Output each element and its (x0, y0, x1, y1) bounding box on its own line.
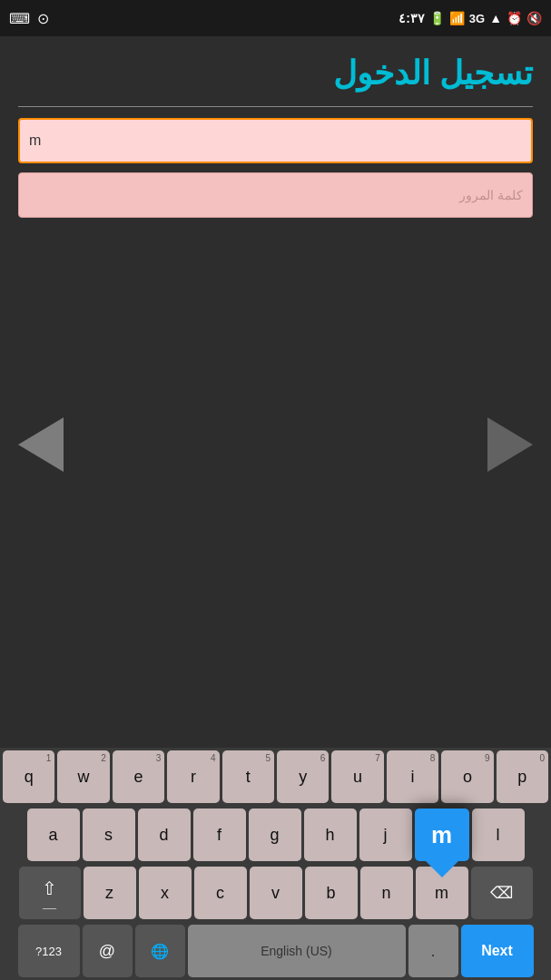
key-z[interactable]: z (84, 867, 136, 919)
at-key[interactable]: @ (83, 925, 133, 977)
keyboard: 1 q 2 w 3 e 4 r 5 t 6 y 7 u 8 i (0, 748, 551, 980)
keyboard-row-2: a s d f g h j m l (0, 806, 551, 864)
shift-icon: ⇧ (42, 877, 57, 899)
camera-icon: ⊙ (37, 10, 49, 27)
at-icon: @ (99, 942, 115, 961)
key-h[interactable]: h (304, 808, 357, 861)
key-y[interactable]: 6 y (277, 750, 329, 803)
navigation-arrows (0, 399, 551, 490)
space-label: English (US) (261, 944, 332, 958)
status-bar-right: 🔇 ⏰ ▲ 3G 📶 🔋 ٤:٣٧ (398, 11, 542, 25)
network-label: 3G (469, 12, 485, 25)
status-bar: ⌨ ⊙ 🔇 ⏰ ▲ 3G 📶 🔋 ٤:٣٧ (0, 0, 551, 36)
mute-icon: 🔇 (526, 11, 542, 25)
wifi-icon: ▲ (489, 11, 502, 25)
dot-label: . (430, 942, 435, 961)
backspace-icon: ⌫ (490, 883, 513, 903)
key-n[interactable]: n (360, 867, 413, 919)
next-label: Next (481, 943, 513, 959)
signal-icon: 📶 (449, 11, 465, 25)
key-j[interactable]: j (359, 808, 412, 861)
key-t[interactable]: 5 t (222, 750, 274, 803)
key-r[interactable]: 4 r (167, 750, 219, 803)
key-w[interactable]: 2 w (57, 750, 109, 803)
password-input[interactable]: كلمة المرور (18, 172, 533, 218)
next-key[interactable]: Next (461, 925, 534, 977)
key-c[interactable]: c (194, 867, 247, 919)
key-a[interactable]: a (27, 808, 80, 861)
divider (18, 106, 533, 107)
password-placeholder: كلمة المرور (459, 188, 523, 202)
shift-key[interactable]: ⇧ ___ (19, 867, 81, 919)
keyboard-row-4: ?123 @ 🌐 English (US) . Next (0, 922, 551, 980)
status-bar-left: ⌨ ⊙ (9, 10, 49, 27)
globe-key[interactable]: 🌐 (135, 925, 185, 977)
main-content: تسجيل الدخول m كلمة المرور (0, 36, 551, 218)
key-x[interactable]: x (139, 867, 192, 919)
keyboard-icon: ⌨ (9, 10, 30, 27)
dot-key[interactable]: . (408, 925, 458, 977)
symbols-label: ?123 (35, 945, 62, 958)
username-value: m (29, 132, 41, 149)
next-arrow[interactable] (487, 417, 533, 472)
key-o[interactable]: 9 o (441, 750, 493, 803)
key-u[interactable]: 7 u (331, 750, 383, 803)
key-l[interactable]: l (472, 808, 525, 861)
key-e[interactable]: 3 e (113, 750, 164, 803)
space-key[interactable]: English (US) (188, 925, 406, 977)
key-s[interactable]: s (83, 808, 135, 861)
battery-icon: 🔋 (429, 11, 445, 25)
key-f[interactable]: f (193, 808, 246, 861)
time-display: ٤:٣٧ (398, 11, 425, 25)
key-b[interactable]: b (305, 867, 358, 919)
alarm-icon: ⏰ (507, 11, 522, 25)
key-p[interactable]: 0 p (497, 750, 548, 803)
key-i[interactable]: 8 i (387, 750, 438, 803)
key-q[interactable]: 1 q (3, 750, 54, 803)
key-m-highlighted[interactable]: m (415, 808, 469, 861)
previous-arrow[interactable] (18, 417, 64, 472)
backspace-key[interactable]: ⌫ (471, 867, 533, 919)
globe-icon: 🌐 (151, 943, 169, 960)
keyboard-row-1: 1 q 2 w 3 e 4 r 5 t 6 y 7 u 8 i (0, 748, 551, 806)
page-title: تسجيل الدخول (18, 54, 533, 93)
key-g[interactable]: g (249, 808, 301, 861)
username-input[interactable]: m (18, 118, 533, 163)
keyboard-row-3: ⇧ ___ z x c v b n m ⌫ (0, 864, 551, 922)
key-v[interactable]: v (250, 867, 302, 919)
symbols-key[interactable]: ?123 (18, 925, 80, 977)
key-d[interactable]: d (138, 808, 191, 861)
